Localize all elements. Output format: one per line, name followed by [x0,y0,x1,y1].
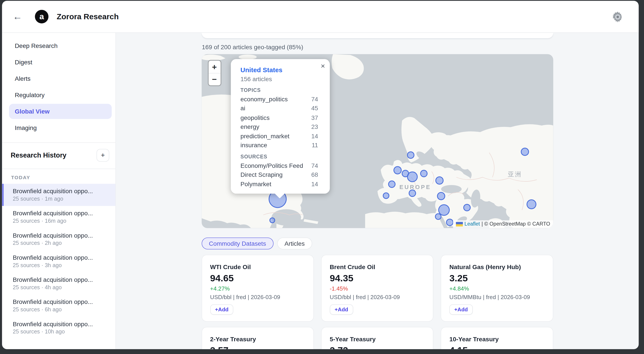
history-item[interactable]: Brownfield acquisition oppo... 25 source… [2,184,116,206]
history-item-meta: 25 sources · 6h ago [13,307,106,313]
map-marker[interactable] [269,217,275,223]
tab-articles[interactable]: Articles [277,238,312,249]
popup-source-row: Direct Scraping 68 [240,171,318,179]
map-label-europe: EUROPE [399,184,431,190]
settings-gear-icon[interactable] [612,10,624,23]
topic-value: 14 [311,132,318,140]
history-item-title: Brownfield acquisition oppo... [13,320,106,327]
commodity-card-brent: Brent Crude Oil 94.35 -1.45% USD/bbl | f… [321,255,433,322]
sidebar-item-global-view[interactable]: Global View [9,104,112,119]
map-marker[interactable] [393,166,402,174]
popup-topic-row: prediction_market 14 [240,132,318,140]
commodity-card-2y-treasury: 2-Year Treasury 3.57 +0.28% [202,327,314,349]
sidebar-item-imaging[interactable]: Imaging [9,120,112,135]
history-item[interactable]: Brownfield acquisition oppo... 25 source… [2,250,116,272]
card-value: 94.35 [330,273,425,284]
popup-topic-row: energy 23 [240,123,318,131]
history-item-title: Brownfield acquisition oppo... [13,210,106,217]
topic-label: economy_politics [240,95,288,103]
commodity-card-wti: WTI Crude Oil 94.65 +4.27% USD/bbl | fre… [202,255,314,322]
map-marker[interactable] [383,192,389,199]
add-dataset-button[interactable]: +Add [210,304,234,315]
scrolled-card-bottom-edge [202,33,553,38]
commodity-card-5y-treasury: 5-Year Treasury 3.73 +0.54% [321,327,433,349]
map-marker[interactable] [437,192,445,200]
main-content: 169 of 200 articles geo-tagged (85%) [116,33,639,349]
history-item[interactable]: Brownfield acquisition oppo... 25 source… [2,272,116,295]
back-button[interactable]: ← [13,11,25,22]
source-value: 14 [311,180,318,188]
history-item[interactable]: Brownfield acquisition oppo... 25 source… [2,228,116,250]
map-marker[interactable] [388,180,396,188]
map-marker[interactable] [435,176,444,185]
attribution-text: | © OpenStreetMap © CARTO [482,221,550,227]
card-value: 3.57 [210,346,305,349]
history-item-meta: 25 sources · 1m ago [13,195,106,202]
commodity-cards-row1: WTI Crude Oil 94.65 +4.27% USD/bbl | fre… [202,255,553,322]
history-item-meta: 25 sources · 10h ago [13,329,106,335]
history-item-meta: 25 sources · 2h ago [13,240,106,246]
research-history-title: Research History [11,151,66,159]
research-history-header: Research History + [2,143,116,169]
card-meta: USD/bbl | fred | 2026-03-09 [330,294,425,301]
card-title: 2-Year Treasury [210,336,305,343]
add-research-button[interactable]: + [96,149,109,162]
topic-value: 23 [311,123,318,131]
header: ← a Zorora Research [2,1,638,33]
history-item-title: Brownfield acquisition oppo... [13,254,106,261]
source-label: Direct Scraping [240,171,282,179]
popup-source-row: Polymarket 14 [240,180,318,188]
popup-close-icon[interactable]: × [321,62,325,70]
map-marker[interactable] [446,219,453,226]
card-value: 3.25 [450,273,544,284]
topic-label: geopolitics [240,114,270,121]
map-marker[interactable] [463,204,470,211]
history-item-meta: 25 sources · 4h ago [13,284,106,290]
source-value: 74 [311,162,318,170]
history-list: Brownfield acquisition oppo... 25 source… [2,184,116,339]
topic-value: 74 [311,95,318,103]
popup-topics-label: TOPICS [240,87,318,93]
card-title: 10-Year Treasury [450,336,544,343]
history-item[interactable]: Brownfield acquisition oppo... 25 source… [2,317,116,339]
commodity-cards-row2: 2-Year Treasury 3.57 +0.28% 5-Year Treas… [202,327,553,349]
map-marker[interactable] [408,189,416,197]
sidebar-item-regulatory[interactable]: Regulatory [9,87,112,102]
map-marker[interactable] [407,151,414,159]
popup-topic-row: geopolitics 37 [240,114,318,121]
sidebar: Deep Research Digest Alerts Regulatory G… [2,33,116,349]
source-label: Polymarket [240,180,272,188]
card-value: 4.15 [450,346,544,349]
add-dataset-button[interactable]: +Add [330,304,353,315]
add-dataset-button[interactable]: +Add [450,304,473,315]
history-item-title: Brownfield acquisition oppo... [13,298,106,305]
history-item-title: Brownfield acquisition oppo... [13,187,106,194]
map-attribution: Leaflet | © OpenStreetMap © CARTO [453,220,553,228]
logo-letter: a [40,12,44,21]
map-marker[interactable] [420,170,427,177]
map-marker[interactable] [435,213,442,220]
map-label-asia: 亚洲 [508,171,522,178]
map-zoom-control: + − [208,60,221,86]
map-marker[interactable] [407,172,418,182]
sidebar-item-deep-research[interactable]: Deep Research [9,38,112,53]
topic-label: insurance [240,141,267,149]
popup-article-count: 156 articles [240,75,318,82]
world-map[interactable]: EUROPE 亚洲 + − × United States 156 a [202,54,553,228]
topic-value: 11 [312,141,318,149]
ukraine-flag-icon [456,222,463,226]
sidebar-item-alerts[interactable]: Alerts [9,71,112,86]
zoom-out-button[interactable]: − [208,73,220,85]
zoom-in-button[interactable]: + [208,61,220,73]
tab-commodity-datasets[interactable]: Commodity Datasets [202,238,274,249]
source-label: Economy/Politics Feed [240,162,303,170]
history-item-meta: 25 sources · 16m ago [13,218,106,224]
today-section-label: TODAY [2,169,116,184]
map-marker[interactable] [521,148,529,156]
history-item[interactable]: Brownfield acquisition oppo... 25 source… [2,206,116,228]
sidebar-item-digest[interactable]: Digest [9,54,112,70]
history-item-title: Brownfield acquisition oppo... [13,276,106,283]
leaflet-link[interactable]: Leaflet [464,221,480,227]
map-marker[interactable] [526,199,536,209]
history-item[interactable]: Brownfield acquisition oppo... 25 source… [2,295,116,317]
